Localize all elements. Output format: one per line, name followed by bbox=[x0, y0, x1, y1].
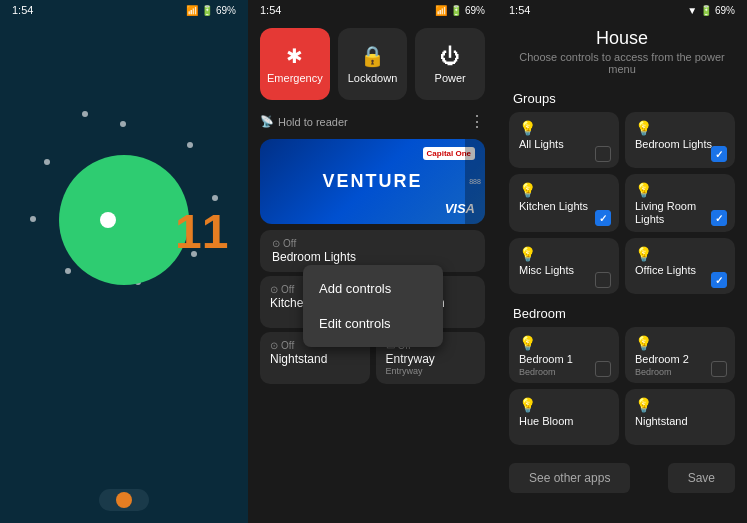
emergency-button[interactable]: ✱ Emergency bbox=[260, 28, 330, 100]
edit-controls-menu-item[interactable]: Edit controls bbox=[303, 306, 443, 341]
android-circle bbox=[59, 155, 189, 285]
misc-lights-item[interactable]: 💡 Misc Lights bbox=[509, 238, 619, 294]
time-3: 1:54 bbox=[509, 4, 530, 16]
bedroom1-item[interactable]: 💡 Bedroom 1 Bedroom bbox=[509, 327, 619, 383]
control-status-text: Off bbox=[283, 238, 296, 249]
nightstand-item[interactable]: 💡 Nightstand bbox=[625, 389, 735, 445]
kitchen-lights-item[interactable]: 💡 Kitchen Lights bbox=[509, 174, 619, 232]
bulb-icon: 💡 bbox=[519, 120, 609, 136]
lockdown-icon: 🔒 bbox=[360, 44, 385, 68]
battery-icon-2: 🔋 69% bbox=[450, 5, 485, 16]
bedroom-lights-item[interactable]: 💡 Bedroom Lights bbox=[625, 112, 735, 168]
control-sub: Entryway bbox=[386, 366, 476, 376]
bedroom1-checkbox[interactable] bbox=[595, 361, 611, 377]
overflow-menu-icon[interactable]: ⋮ bbox=[469, 112, 485, 131]
bulb-icon: 💡 bbox=[635, 335, 725, 351]
bulb-icon: 💡 bbox=[519, 182, 609, 198]
bulb-icon: 💡 bbox=[519, 397, 609, 413]
emergency-icon: ✱ bbox=[286, 44, 303, 68]
status-bar-2: 1:54 📶 🔋 69% bbox=[248, 0, 497, 20]
power-icon: ⏻ bbox=[440, 45, 460, 68]
lockdown-button[interactable]: 🔒 Lockdown bbox=[338, 28, 408, 100]
control-name: Bedroom Lights bbox=[272, 250, 473, 264]
status-bar-1: 1:54 📶 🔋 69% bbox=[0, 0, 248, 20]
groups-section-label: Groups bbox=[497, 85, 747, 112]
control-status: ⊙ Off bbox=[272, 238, 473, 249]
living-room-lights-item[interactable]: 💡 Living Room Lights bbox=[625, 174, 735, 232]
hue-bloom-item[interactable]: 💡 Hue Bloom bbox=[509, 389, 619, 445]
status-icons-3: ▼ 🔋 69% bbox=[687, 4, 735, 16]
office-lights-item[interactable]: 💡 Office Lights bbox=[625, 238, 735, 294]
lockdown-label: Lockdown bbox=[348, 72, 398, 84]
nfc-section: 📡 Hold to reader ⋮ bbox=[248, 108, 497, 135]
bulb-icon: 💡 bbox=[635, 397, 725, 413]
time-1: 1:54 bbox=[12, 4, 33, 16]
bulb-icon: 💡 bbox=[635, 182, 725, 198]
emergency-label: Emergency bbox=[267, 72, 323, 84]
orbit-dot bbox=[212, 195, 218, 201]
nfc-text: 📡 Hold to reader bbox=[260, 115, 348, 128]
home-pill-inner bbox=[116, 492, 132, 508]
bedroom2-checkbox[interactable] bbox=[711, 361, 727, 377]
bedroom2-item[interactable]: 💡 Bedroom 2 Bedroom bbox=[625, 327, 735, 383]
bulb-icon: 💡 bbox=[519, 246, 609, 262]
bulb-icon: 💡 bbox=[635, 246, 725, 262]
kitchen-lights-checkbox[interactable] bbox=[595, 210, 611, 226]
bottom-bar: See other apps Save bbox=[497, 455, 747, 501]
orbit-dot bbox=[30, 216, 36, 222]
all-lights-checkbox[interactable] bbox=[595, 146, 611, 162]
context-menu: Add controls Edit controls bbox=[303, 265, 443, 347]
all-lights-item[interactable]: 💡 All Lights bbox=[509, 112, 619, 168]
wifi-icon-2: 📶 bbox=[435, 5, 447, 16]
wifi-icon: 📶 bbox=[186, 5, 198, 16]
status-icons-1: 📶 🔋 69% bbox=[186, 5, 236, 16]
payment-card[interactable]: Capital One VENTURE VISA 888 bbox=[260, 139, 485, 224]
orbit-dot bbox=[82, 111, 88, 117]
bulb-icon: 💡 bbox=[635, 120, 725, 136]
time-2: 1:54 bbox=[260, 4, 281, 16]
status-bar-3: 1:54 ▼ 🔋 69% bbox=[497, 0, 747, 20]
control-name: Nightstand bbox=[270, 352, 360, 366]
add-controls-menu-item[interactable]: Add controls bbox=[303, 271, 443, 306]
save-button[interactable]: Save bbox=[668, 463, 735, 493]
item-name: Hue Bloom bbox=[519, 415, 609, 428]
battery-icon: 🔋 69% bbox=[201, 5, 236, 16]
wifi-icon-3: ▼ bbox=[687, 5, 697, 16]
android-version: 11 bbox=[175, 208, 228, 256]
control-icon: ⊙ bbox=[272, 238, 280, 249]
control-icon: ⊙ bbox=[270, 284, 278, 295]
card-name: VENTURE bbox=[322, 171, 422, 192]
groups-grid: 💡 All Lights 💡 Bedroom Lights 💡 Kitchen … bbox=[497, 112, 747, 300]
power-button[interactable]: ⏻ Power bbox=[415, 28, 485, 100]
bulb-icon: 💡 bbox=[519, 335, 609, 351]
control-name: Entryway bbox=[386, 352, 476, 366]
living-room-lights-checkbox[interactable] bbox=[711, 210, 727, 226]
orbit-dot bbox=[44, 159, 50, 165]
orbit-dot bbox=[120, 121, 126, 127]
status-icons-2: 📶 🔋 69% bbox=[435, 4, 485, 16]
power-menu-panel: 1:54 📶 🔋 69% ✱ Emergency 🔒 Lockdown ⏻ Po… bbox=[248, 0, 497, 523]
house-subtitle: Choose controls to access from the power… bbox=[497, 51, 747, 85]
bedroom-grid: 💡 Bedroom 1 Bedroom 💡 Bedroom 2 Bedroom … bbox=[497, 327, 747, 451]
android-11-panel: 1:54 📶 🔋 69% 11 bbox=[0, 0, 248, 523]
android-dot bbox=[100, 212, 116, 228]
power-label: Power bbox=[435, 72, 466, 84]
card-side-label: 888 bbox=[465, 139, 485, 224]
house-title: House bbox=[497, 20, 747, 51]
orbit-dot bbox=[187, 142, 193, 148]
misc-lights-checkbox[interactable] bbox=[595, 272, 611, 288]
power-buttons-row: ✱ Emergency 🔒 Lockdown ⏻ Power bbox=[248, 20, 497, 108]
battery-icon-3: 🔋 69% bbox=[700, 5, 735, 16]
bedroom-lights-checkbox[interactable] bbox=[711, 146, 727, 162]
nfc-icon: 📡 bbox=[260, 115, 274, 128]
control-icon: ⊙ bbox=[270, 340, 278, 351]
office-lights-checkbox[interactable] bbox=[711, 272, 727, 288]
house-controls-panel: 1:54 ▼ 🔋 69% House Choose controls to ac… bbox=[497, 0, 747, 523]
item-name: Nightstand bbox=[635, 415, 725, 428]
nfc-label: Hold to reader bbox=[278, 116, 348, 128]
bedroom-section-label: Bedroom bbox=[497, 300, 747, 327]
orbit-dot bbox=[65, 268, 71, 274]
home-pill[interactable] bbox=[99, 489, 149, 511]
see-other-apps-button[interactable]: See other apps bbox=[509, 463, 630, 493]
